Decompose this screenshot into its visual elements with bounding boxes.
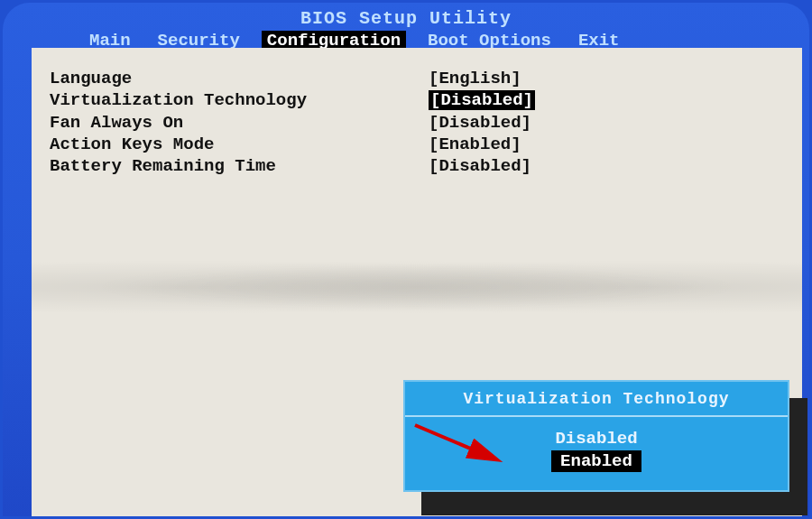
option-disabled[interactable]: Disabled [551,428,641,450]
setting-value: [Disabled] [429,112,531,134]
bios-screen: BIOS Setup Utility Main Security Configu… [3,3,809,516]
photo-noise [32,255,802,319]
setting-label: Battery Remaining Time [50,155,429,177]
virtualization-popup: Virtualization Technology Disabled Enabl… [403,380,789,492]
option-enabled[interactable]: Enabled [551,450,641,473]
utility-title: BIOS Setup Utility [3,6,809,31]
setting-virtualization[interactable]: Virtualization Technology [Disabled] [50,89,784,111]
setting-label: Fan Always On [50,112,429,134]
setting-value: [Disabled] [429,89,535,111]
setting-language[interactable]: Language [English] [50,68,784,89]
setting-action-keys-mode[interactable]: Action Keys Mode [Enabled] [50,134,784,155]
popup-options: Disabled Enabled [405,417,788,481]
setting-battery-remaining-time[interactable]: Battery Remaining Time [Disabled] [50,155,784,177]
setting-value: [Enabled] [429,134,521,155]
setting-label: Action Keys Mode [50,134,429,155]
setting-value: [Disabled] [429,155,531,177]
setting-label: Language [50,68,429,89]
settings-panel: Language [English] Virtualization Techno… [32,48,802,516]
setting-label: Virtualization Technology [50,89,429,111]
popup-title: Virtualization Technology [405,382,788,415]
setting-value: [English] [429,68,521,89]
setting-fan-always-on[interactable]: Fan Always On [Disabled] [50,112,784,134]
